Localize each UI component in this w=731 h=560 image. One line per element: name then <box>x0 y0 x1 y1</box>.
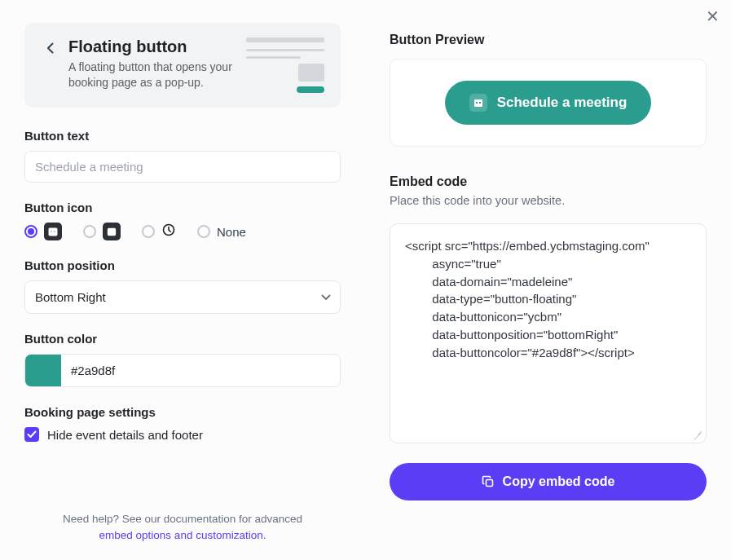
copy-button-label: Copy embed code <box>503 474 615 489</box>
help-link[interactable]: embed options and customization. <box>99 529 266 541</box>
icon-option-clock[interactable] <box>142 223 176 240</box>
header-title: Floating button <box>68 37 236 56</box>
svg-rect-6 <box>474 99 482 107</box>
button-text-label: Button text <box>24 129 341 143</box>
close-icon[interactable]: ✕ <box>706 8 720 24</box>
booking-settings-label: Booking page settings <box>24 405 341 419</box>
help-text: Need help? See our documentation for adv… <box>63 513 302 525</box>
button-position-label: Button position <box>24 258 341 272</box>
embed-code-hint: Place this code into your website. <box>390 194 707 207</box>
radio-icon <box>197 225 210 238</box>
chevron-left-icon <box>46 42 54 54</box>
calendar-icon <box>103 223 121 240</box>
radio-icon <box>83 225 96 238</box>
svg-rect-2 <box>54 231 55 232</box>
back-button[interactable] <box>41 39 59 57</box>
booking-settings-section: Booking page settings Hide event details… <box>24 405 341 442</box>
icon-option-ycbm[interactable] <box>24 223 62 240</box>
radio-icon <box>24 225 37 238</box>
button-color-section: Button color #2a9d8f <box>24 332 341 387</box>
svg-rect-9 <box>486 480 492 487</box>
hide-details-checkbox[interactable]: Hide event details and footer <box>24 427 341 442</box>
color-swatch <box>25 355 61 386</box>
header-card: Floating button A floating button that o… <box>24 23 341 108</box>
hide-details-label: Hide event details and footer <box>47 428 203 442</box>
checkbox-icon <box>24 427 39 442</box>
svg-rect-3 <box>108 229 116 236</box>
icon-option-calendar[interactable] <box>83 223 121 240</box>
help-footer: Need help? See our documentation for adv… <box>24 511 341 545</box>
ycbm-icon <box>469 94 487 112</box>
svg-rect-7 <box>476 102 478 104</box>
none-label: None <box>217 225 246 239</box>
embed-code-label: Embed code <box>390 174 707 189</box>
embed-code-textarea[interactable]: <script src="https://embed.ycbmstaging.c… <box>390 223 707 443</box>
preview-label: Button Preview <box>390 33 707 47</box>
color-hex-value: #2a9d8f <box>61 355 340 386</box>
chevron-down-icon <box>321 294 331 301</box>
button-color-input[interactable]: #2a9d8f <box>24 354 341 387</box>
right-panel: Button Preview Schedule a meeting Embed … <box>365 0 731 560</box>
resize-handle-icon[interactable] <box>693 430 702 439</box>
preview-floating-button[interactable]: Schedule a meeting <box>445 81 652 125</box>
svg-rect-1 <box>51 231 52 232</box>
button-position-section: Button position Bottom Right <box>24 258 341 314</box>
button-icon-label: Button icon <box>24 201 341 214</box>
icon-option-none[interactable]: None <box>197 225 246 239</box>
left-panel: Floating button A floating button that o… <box>0 0 365 560</box>
copy-icon <box>482 475 495 488</box>
preview-box: Schedule a meeting <box>390 59 707 147</box>
copy-embed-button[interactable]: Copy embed code <box>390 463 707 500</box>
button-text-section: Button text <box>24 129 341 183</box>
button-icon-section: Button icon <box>24 201 341 240</box>
button-text-input[interactable] <box>24 151 341 183</box>
preview-button-text: Schedule a meeting <box>497 95 628 111</box>
clock-icon <box>161 223 176 240</box>
radio-icon <box>142 225 155 238</box>
header-description: A floating button that opens your bookin… <box>68 60 236 90</box>
button-color-label: Button color <box>24 332 341 346</box>
ycbm-icon <box>44 223 62 240</box>
button-position-select[interactable]: Bottom Right <box>24 280 341 314</box>
floating-button-thumbnail <box>246 37 324 93</box>
svg-rect-8 <box>479 102 481 104</box>
embed-config-modal: ✕ Floating button A floating button that… <box>0 0 731 560</box>
